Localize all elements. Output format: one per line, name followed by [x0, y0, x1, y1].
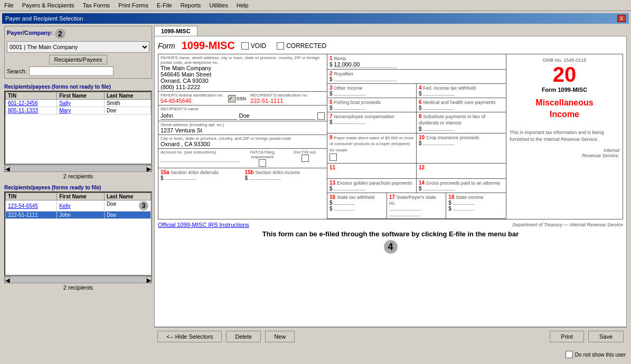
field-14-cell: 14 Gross proceeds paid to an attorney $ — [417, 179, 506, 193]
field-4-num: 4 — [419, 85, 422, 91]
menu-reports[interactable]: Reports — [176, 1, 205, 9]
table-row[interactable]: 601-12-3456 Sally Smith — [6, 100, 151, 107]
field-5-cell: 5 Fishing boat proceeds $ — [327, 98, 417, 112]
menu-file[interactable]: File — [0, 1, 18, 9]
field-14-num: 14 — [419, 180, 425, 186]
ready-tin-0[interactable]: 123-54-6545 — [6, 200, 57, 212]
do-not-show-label: Do not show this user — [575, 352, 626, 358]
field-2-row: 2 Royalties $ — [327, 70, 506, 84]
search-label: Search: — [7, 68, 27, 74]
field-4-name: Fed. income tax withheld — [423, 85, 476, 91]
city-box: City or town, state or province, country… — [158, 135, 327, 149]
ready-col-tin: TIN — [6, 193, 57, 200]
menu-utilities[interactable]: Utilities — [205, 1, 232, 9]
menu-print-forms[interactable]: Print Forms — [114, 1, 153, 9]
name-checkbox[interactable] — [317, 112, 325, 120]
menu-tax-forms[interactable]: Tax Forms — [79, 1, 114, 9]
save-button[interactable]: Save — [588, 331, 624, 342]
void-corrected-section: VOID CORRECTED — [241, 42, 326, 50]
ssn-checkbox[interactable]: ✓ — [228, 95, 236, 102]
not-ready-table-container: TIN First Name Last Name 601-12-3456 Sal… — [4, 91, 152, 165]
corrected-checkbox[interactable] — [277, 42, 284, 50]
field-12-num: 12 — [419, 165, 425, 170]
window-body: Payer/Company: 2 0001 | The Main Company… — [2, 24, 629, 348]
bottom-left-buttons: <-- Hide Selectors Delete New — [157, 331, 295, 342]
payer-company-select[interactable]: 0001 | The Main Company — [7, 41, 149, 53]
table-row[interactable]: 805-11-1333 Mary Doe — [6, 107, 151, 114]
field-9-num: 9 — [329, 135, 333, 140]
not-ready-first-0[interactable]: Sally — [57, 100, 105, 107]
table-row[interactable]: 222-51-1111 John Doe — [6, 212, 151, 219]
menu-efile[interactable]: E-File — [153, 1, 176, 9]
payer-step-badge: 2 — [55, 28, 65, 39]
field-8-cell: 8 Substitute payments in lieu of dividen… — [417, 112, 506, 133]
form-main-body: PAYER'S name, street address, city or to… — [158, 54, 623, 219]
ready-tin-1[interactable]: 222-51-1111 — [6, 212, 57, 219]
field-15a-name: Section 409A deferrals — [171, 170, 219, 175]
hide-selectors-button[interactable]: <-- Hide Selectors — [157, 331, 222, 342]
field-8-num: 8 — [419, 113, 422, 119]
print-button[interactable]: Print — [550, 331, 584, 342]
menu-payers-recipients[interactable]: Payers & Recipients — [18, 1, 79, 9]
ready-header: Recipients/payees (forms ready to file) — [4, 185, 152, 190]
recipient-name-hint: RECIPIENT'S name — [161, 107, 325, 111]
search-input[interactable] — [29, 66, 114, 76]
row-11-12: 11 12 — [327, 164, 506, 179]
address-box: Street address (including apt. no.) 1237… — [158, 121, 327, 135]
ready-table: TIN First Name Last Name 123-54-6545 Kel… — [5, 193, 151, 219]
void-checkbox-label[interactable]: VOID — [241, 42, 266, 50]
field-9-checkbox[interactable] — [329, 154, 337, 161]
ready-first-0[interactable]: Kelly — [57, 200, 105, 212]
fatca-checkbox[interactable] — [259, 159, 266, 167]
fatca-section: FATCA Filing requirement — [243, 150, 282, 167]
recipient-name-box: RECIPIENT'S name John Doe — [158, 106, 327, 121]
new-button[interactable]: New — [265, 331, 295, 342]
delete-button[interactable]: Delete — [226, 331, 261, 342]
right-info-col: OMB No. 1545-0115 20 Form 1099-MISC Misc… — [506, 54, 623, 219]
field-3-num: 3 — [329, 85, 333, 91]
recipients-payees-button[interactable]: Recipients/Payees — [49, 55, 107, 64]
fed-id-section: PAYER'S federal identification no. 54-65… — [161, 93, 224, 104]
do-not-show-checkbox[interactable] — [566, 351, 573, 358]
table-row[interactable]: 123-54-6545 Kelly Doe 3 — [6, 200, 151, 212]
field-2-name: Royalties — [334, 71, 353, 76]
irs-text: InternalRevenue Service. — [510, 148, 619, 158]
irs-instructions-link[interactable]: Official 1099-MISC IRS Instructions — [158, 222, 249, 228]
scroll-left-btn[interactable]: ◀ — [5, 165, 10, 171]
payer-name-box: PAYER'S name, street address, city or to… — [158, 54, 327, 92]
main-window: Payer and Recipient Selection X Payer/Co… — [0, 11, 631, 363]
field-7-name: Nonemployee compensation — [334, 114, 394, 119]
not-ready-first-1[interactable]: Mary — [57, 107, 105, 114]
recipient-id-value: 222-51-1111 — [250, 98, 308, 104]
income-fields-col: 1 Rents $ 12,000.00 2 Royalties $ — [327, 54, 506, 219]
not-ready-tin-0[interactable]: 601-12-3456 — [6, 100, 57, 107]
payer-phone-value: (800) 111-2222 — [161, 84, 325, 90]
form-label: Form — [158, 42, 175, 50]
window-title-text: Payer and Recipient Selection — [5, 15, 83, 22]
recipient-id-hint: RECIPIENT'S identification no. — [250, 93, 308, 98]
field-1-row: 1 Rents $ 12,000.00 — [327, 54, 506, 70]
window-titlebar: Payer and Recipient Selection X — [2, 13, 629, 24]
void-checkbox[interactable] — [241, 42, 249, 50]
twotin-checkbox[interactable] — [302, 155, 309, 162]
field-16-cell: 16 State tax withheld $ $ — [327, 193, 387, 218]
col-tin-header: TIN — [6, 92, 57, 100]
scroll-right-btn2[interactable]: ▶ — [146, 276, 152, 283]
twotin-section: 2nd TIN not. — [285, 150, 325, 162]
left-panel: Payer/Company: 2 0001 | The Main Company… — [4, 26, 152, 346]
field-11-cell: 11 — [327, 164, 417, 178]
field-17-name: State/Payer's state no. — [389, 195, 436, 206]
ready-first-1[interactable]: John — [57, 212, 105, 219]
window-close-button[interactable]: X — [617, 15, 626, 22]
tab-1099-misc[interactable]: 1099-MISC — [154, 26, 197, 36]
field-13-cell: 13 Excess golden parachute payments $ — [327, 179, 417, 193]
step4-badge: 4 — [384, 240, 398, 254]
scroll-left-btn2[interactable]: ◀ — [5, 276, 10, 283]
field-8-name: Substitute payments in lieu of dividends… — [419, 114, 485, 126]
not-ready-last-0: Smith — [104, 100, 150, 107]
field-10-cell: 10 Crop insurance proceeds $ — [417, 133, 506, 164]
not-ready-tin-1[interactable]: 805-11-1333 — [6, 107, 57, 114]
corrected-checkbox-label[interactable]: CORRECTED — [277, 42, 326, 50]
menu-help[interactable]: Help — [232, 1, 253, 9]
scroll-right-btn[interactable]: ▶ — [146, 165, 152, 171]
